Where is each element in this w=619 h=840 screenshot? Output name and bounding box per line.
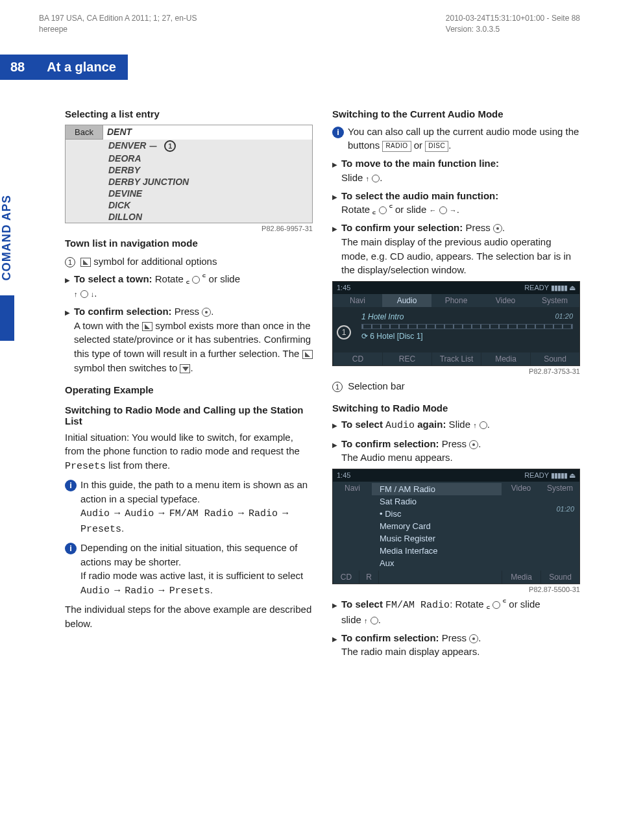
step-select-audio-main: To select the audio main function: Rotat… xyxy=(332,189,580,217)
chapter-title: At a glance xyxy=(35,55,128,80)
press-icon xyxy=(469,634,478,643)
disc-button-icon: DISC xyxy=(425,141,448,152)
comand-bottom-tab: Track List xyxy=(431,352,481,365)
comand-bottom-tab: Media xyxy=(481,352,530,365)
bullet-arrow-icon xyxy=(332,417,337,433)
comand-menu-item: Aux xyxy=(372,557,502,569)
step-confirm-your-selection: To confirm your selection: Press . The m… xyxy=(332,221,580,277)
comand-tab: Video xyxy=(481,294,530,307)
controller-icon xyxy=(479,421,487,429)
town-list-figure: Back DENT DENVER ⸺1 DEORA DERBY DERBY JU… xyxy=(65,125,313,223)
list-item: DEORA xyxy=(66,153,312,164)
comand-bottom-tab xyxy=(378,571,502,584)
info-icon: i xyxy=(65,480,77,491)
bullet-arrow-icon xyxy=(332,437,337,465)
comand-track-time: 01:20 xyxy=(556,505,574,513)
list-item: DEVINE xyxy=(66,188,312,199)
list-item: DERBY xyxy=(66,164,312,176)
left-column: Selecting a list entry Back DENT DENVER … xyxy=(65,99,313,663)
controller-icon xyxy=(372,175,380,182)
comand-subtitle: ⟳ 6 Hotel [Disc 1] xyxy=(339,332,573,341)
para-initial-situation: Initial situation: You would like to swi… xyxy=(65,430,313,474)
comand-menu-item: Memory Card xyxy=(372,520,502,532)
info-note-2: i Depending on the initial situation, th… xyxy=(65,541,313,599)
list-item: DENVER ⸺1 xyxy=(66,140,312,153)
side-tab-label: COMAND APS xyxy=(0,195,14,280)
step-select-town: To select a town: Rotate ꜀ ꜂ or slide ↑ … xyxy=(65,272,313,301)
controller-icon xyxy=(492,601,500,609)
list-item: DERBY JUNCTION xyxy=(66,176,312,188)
header-right-line2: Version: 3.0.3.5 xyxy=(446,24,580,35)
comand-bottom-tab: Sound xyxy=(540,571,579,584)
right-column: Switching to the Current Audio Mode i Yo… xyxy=(332,99,580,663)
bullet-arrow-icon xyxy=(65,304,70,375)
list-item: DICK xyxy=(66,199,312,211)
bullet-arrow-icon xyxy=(65,272,70,301)
controller-icon xyxy=(80,290,88,298)
heading-selecting-list: Selecting a list entry xyxy=(65,108,313,119)
comand-bottom-tab: REC xyxy=(382,352,431,365)
comand-menu-item: Sat Radio xyxy=(372,495,502,508)
content-columns: Selecting a list entry Back DENT DENVER … xyxy=(65,99,580,663)
callout-1-description: 1 symbol for additional options xyxy=(65,254,313,269)
comand-display-2: 1:45 READY ▮▮▮▮▮ ⏏ Navi FM / AM Radio Sa… xyxy=(332,469,580,584)
press-icon xyxy=(202,308,211,317)
bullet-arrow-icon xyxy=(332,631,337,660)
step-confirm-selection-2: To confirm selection: Press . The Audio … xyxy=(332,437,580,465)
signal-icon: ▮▮▮▮▮ xyxy=(551,284,567,292)
info-icon: i xyxy=(65,543,77,554)
side-tab-bar xyxy=(0,295,14,341)
callout-1-icon: 1 xyxy=(164,140,176,152)
bullet-arrow-icon xyxy=(332,189,337,217)
comand-tab: Audio xyxy=(382,294,431,307)
bullet-arrow-icon xyxy=(332,156,337,185)
comand-tab: Navi xyxy=(333,294,382,307)
header-left-line2: hereepe xyxy=(39,24,197,35)
triangle-icon xyxy=(142,322,152,331)
comand-tab: Video xyxy=(502,482,540,571)
comand-track: 1 Hotel Intro xyxy=(339,312,573,321)
triangle-down-icon xyxy=(180,364,190,373)
triangle-icon xyxy=(302,350,313,359)
list-top-cell: DENT xyxy=(103,125,136,140)
circled-1-icon: 1 xyxy=(65,257,75,267)
step-select-audio-again: To select Audio again: Slide ↑ . xyxy=(332,417,580,433)
comand-menu-item: • Disc xyxy=(372,508,502,520)
controller-icon xyxy=(192,276,200,284)
list-back-cell: Back xyxy=(66,125,103,140)
callout-1-selection-bar: 1 Selection bar xyxy=(332,379,580,393)
info-icon: i xyxy=(332,127,344,138)
para-individual-steps: The individual steps for the above examp… xyxy=(65,602,313,631)
comand-menu-item: FM / AM Radio xyxy=(372,483,502,495)
heading-operating-example: Operating Example xyxy=(65,384,313,395)
header-right: 2010-03-24T15:31:10+01:00 - Seite 88 Ver… xyxy=(446,13,580,35)
signal-icon: ▮▮▮▮▮ xyxy=(551,471,567,480)
comand-display-1: 1:45 READY ▮▮▮▮▮ ⏏ Navi Audio Phone Vide… xyxy=(332,281,580,366)
comand-bottom-tab: CD xyxy=(333,571,359,584)
page-header: BA 197 USA, CA Edition A 2011; 1; 27, en… xyxy=(39,13,580,35)
controller-icon xyxy=(370,617,378,624)
bullet-arrow-icon xyxy=(332,221,337,277)
header-left: BA 197 USA, CA Edition A 2011; 1; 27, en… xyxy=(39,13,197,35)
figure-caption: P82.86-9957-31 xyxy=(65,225,313,232)
step-select-fm-am: To select FM/AM Radio: Rotate ꜀ ꜂ or sli… xyxy=(332,597,580,627)
header-right-line1: 2010-03-24T15:31:10+01:00 - Seite 88 xyxy=(446,13,580,24)
step-move-main-function: To move to the main function line: Slide… xyxy=(332,156,580,185)
comand-ready: READY xyxy=(524,284,549,291)
radio-button-icon: RADIO xyxy=(382,141,411,152)
comand-tab: System xyxy=(530,294,579,307)
circled-1-icon: 1 xyxy=(332,382,343,392)
list-item: DILLON xyxy=(66,211,312,223)
comand-bottom-tab: CD xyxy=(333,352,382,365)
step-confirm-selection: To confirm selection: Press . A town wit… xyxy=(65,304,313,375)
progress-bar xyxy=(361,324,573,329)
press-icon xyxy=(469,440,478,449)
controller-icon xyxy=(439,206,447,214)
callout-1-icon: 1 xyxy=(337,325,351,340)
page-number: 88 xyxy=(0,55,35,80)
info-note-1: i In this guide, the path to a menu item… xyxy=(65,478,313,537)
comand-bottom-tab: Sound xyxy=(530,352,579,365)
header-left-line1: BA 197 USA, CA Edition A 2011; 1; 27, en… xyxy=(39,13,197,24)
heading-switch-radio: Switching to Radio Mode and Calling up t… xyxy=(65,404,313,426)
comand-bottom-tab: R xyxy=(359,571,378,584)
